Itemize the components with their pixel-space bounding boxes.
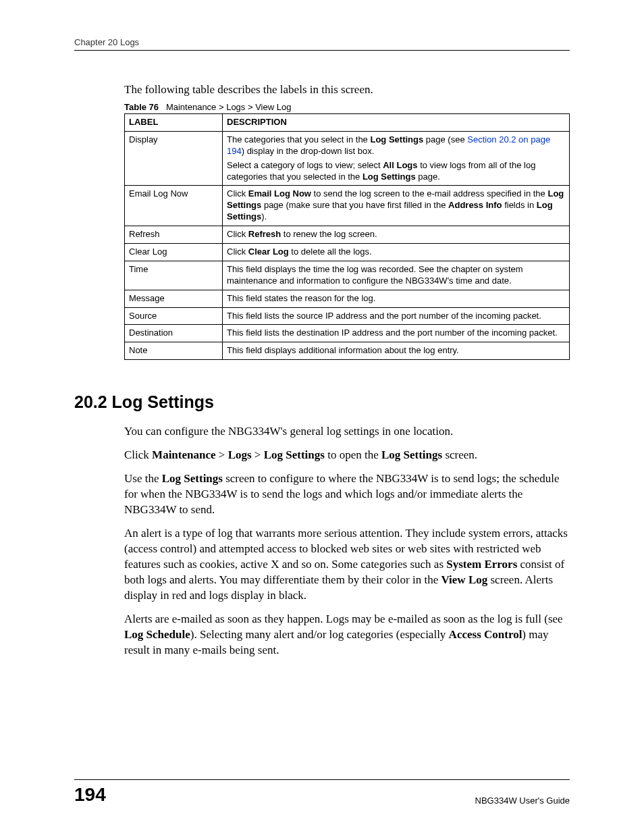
bold-text: Log Settings bbox=[264, 448, 325, 461]
text-fragment: page (see bbox=[423, 134, 467, 145]
bold-text: Log Settings bbox=[370, 134, 423, 145]
table-cell-label: Email Log Now bbox=[125, 186, 223, 226]
table-cell-description: The categories that you select in the Lo… bbox=[223, 131, 570, 186]
table-cell-label: Time bbox=[125, 261, 223, 290]
table-cell-label: Note bbox=[125, 342, 223, 360]
view-log-table: LABEL DESCRIPTION Display The categories… bbox=[124, 113, 570, 360]
table-cell-description: This field states the reason for the log… bbox=[223, 290, 570, 307]
table-cell-description: Click Refresh to renew the log screen. bbox=[223, 226, 570, 244]
body-paragraph: You can configure the NBG334W's general … bbox=[124, 424, 570, 440]
body-paragraph: Click Maintenance > Logs > Log Settings … bbox=[124, 448, 570, 463]
bold-text: Address Info bbox=[448, 200, 502, 210]
table-header-row: LABEL DESCRIPTION bbox=[125, 114, 570, 132]
bold-text: Log Settings bbox=[162, 472, 223, 485]
table-header-description: DESCRIPTION bbox=[223, 114, 570, 132]
table-caption-text: Maintenance > Logs > View Log bbox=[166, 102, 292, 112]
bold-text: Refresh bbox=[248, 229, 281, 239]
text-fragment: fields in bbox=[502, 200, 537, 210]
bold-text: Maintenance bbox=[152, 448, 215, 461]
table-cell-description: This field displays additional informati… bbox=[223, 342, 570, 360]
bold-text: Email Log Now bbox=[248, 188, 311, 199]
body-paragraph: An alert is a type of log that warrants … bbox=[124, 526, 570, 604]
text-fragment: Select a category of logs to view; selec… bbox=[227, 160, 383, 170]
text-fragment: to delete all the logs. bbox=[289, 246, 372, 257]
chapter-header: Chapter 20 Logs bbox=[74, 37, 570, 51]
text-fragment: Click bbox=[227, 246, 248, 257]
table-cell-description: Click Email Log Now to send the log scre… bbox=[223, 186, 570, 226]
bold-text: Log Settings bbox=[381, 448, 442, 461]
table-cell-description: This field lists the destination IP addr… bbox=[223, 325, 570, 342]
bold-text: Access Control bbox=[449, 628, 522, 641]
body-paragraph: Use the Log Settings screen to configure… bbox=[124, 471, 570, 518]
table-row: Display The categories that you select i… bbox=[125, 131, 570, 186]
table-row: Refresh Click Refresh to renew the log s… bbox=[125, 226, 570, 244]
bold-text: System Errors bbox=[446, 558, 517, 571]
table-row: Destination This field lists the destina… bbox=[125, 325, 570, 342]
bold-text: Log Settings bbox=[363, 172, 416, 182]
table-row: Clear Log Click Clear Log to delete all … bbox=[125, 244, 570, 261]
table-row: Source This field lists the source IP ad… bbox=[125, 307, 570, 325]
text-fragment: Click bbox=[227, 188, 248, 199]
table-row: Message This field states the reason for… bbox=[125, 290, 570, 307]
text-fragment: to renew the log screen. bbox=[281, 229, 377, 239]
table-cell-label: Display bbox=[125, 131, 223, 186]
text-fragment: Click bbox=[227, 229, 248, 239]
intro-paragraph: The following table describes the labels… bbox=[124, 83, 570, 97]
text-fragment: > bbox=[216, 448, 228, 461]
page-number: 194 bbox=[74, 784, 106, 806]
content-area: The following table describes the labels… bbox=[124, 83, 570, 360]
table-row: Note This field displays additional info… bbox=[125, 342, 570, 360]
table-cell-label: Source bbox=[125, 307, 223, 325]
text-fragment: ) display in the drop-down list box. bbox=[242, 146, 375, 156]
text-fragment: screen. bbox=[442, 448, 477, 461]
section-body: You can configure the NBG334W's general … bbox=[124, 424, 570, 658]
table-cell-description: Click Clear Log to delete all the logs. bbox=[223, 244, 570, 261]
table-row: Email Log Now Click Email Log Now to sen… bbox=[125, 186, 570, 226]
bold-text: View Log bbox=[441, 573, 487, 586]
bold-text: All Logs bbox=[383, 160, 417, 170]
table-caption-label: Table 76 bbox=[124, 102, 159, 112]
table-cell-label: Message bbox=[125, 290, 223, 307]
table-cell-description: This field displays the time the log was… bbox=[223, 261, 570, 290]
text-fragment: ). Selecting many alert and/or log categ… bbox=[190, 628, 449, 641]
text-fragment: Use the bbox=[124, 472, 162, 485]
guide-title: NBG334W User's Guide bbox=[475, 796, 570, 806]
text-fragment: to send the log screen to the e-mail add… bbox=[311, 188, 547, 199]
text-fragment: The categories that you select in the bbox=[227, 134, 370, 145]
text-fragment: > bbox=[252, 448, 264, 461]
table-cell-label: Refresh bbox=[125, 226, 223, 244]
text-fragment: ). bbox=[261, 211, 267, 221]
page-footer: 194 NBG334W User's Guide bbox=[74, 779, 570, 806]
text-fragment: to open the bbox=[325, 448, 381, 461]
text-fragment: Alerts are e-mailed as soon as they happ… bbox=[124, 613, 563, 625]
bold-text: Log Schedule bbox=[124, 628, 190, 641]
table-header-label: LABEL bbox=[125, 114, 223, 132]
table-cell-label: Destination bbox=[125, 325, 223, 342]
table-cell-description: This field lists the source IP address a… bbox=[223, 307, 570, 325]
table-cell-label: Clear Log bbox=[125, 244, 223, 261]
table-caption: Table 76 Maintenance > Logs > View Log bbox=[124, 102, 570, 112]
bold-text: Clear Log bbox=[248, 246, 289, 257]
body-paragraph: Alerts are e-mailed as soon as they happ… bbox=[124, 612, 570, 658]
text-fragment: page. bbox=[416, 172, 440, 182]
table-row: Time This field displays the time the lo… bbox=[125, 261, 570, 290]
section-heading-log-settings: 20.2 Log Settings bbox=[74, 392, 570, 412]
bold-text: Logs bbox=[228, 448, 252, 461]
text-fragment: page (make sure that you have first fill… bbox=[261, 200, 448, 210]
text-fragment: Click bbox=[124, 448, 152, 461]
